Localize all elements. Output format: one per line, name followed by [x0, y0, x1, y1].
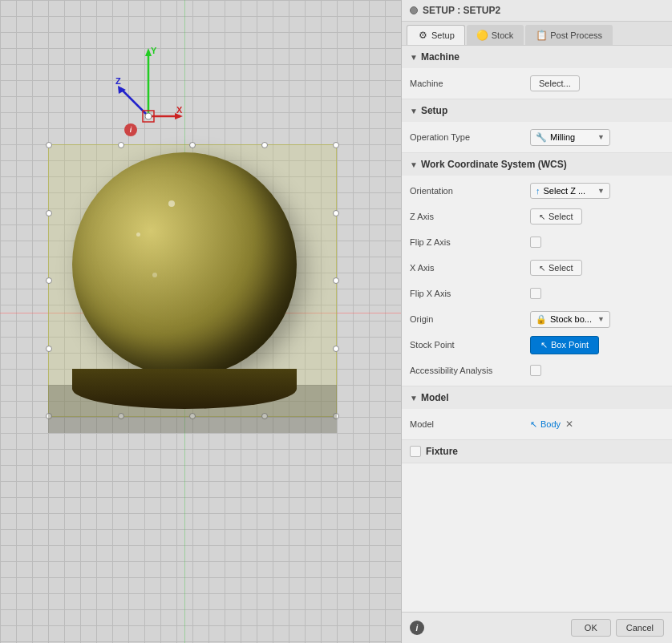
section-machine: ▼ Machine Machine Select...: [402, 46, 672, 99]
section-model-header[interactable]: ▼ Model: [402, 386, 672, 409]
panel-footer: i OK Cancel: [402, 612, 672, 643]
accessibility-checkbox[interactable]: [530, 365, 541, 376]
model-link[interactable]: ↖ Body: [530, 419, 561, 430]
model-control: ↖ Body ✕: [530, 419, 664, 430]
origin-value: Stock bo...: [550, 314, 592, 324]
model-label: Model: [410, 419, 530, 429]
setup-panel: SETUP : SETUP2 ⚙ Setup 🟡 Stock 📋 Post Pr…: [401, 0, 672, 643]
stock-point-button[interactable]: ↖ Box Point: [530, 336, 599, 354]
object-area: [32, 112, 353, 433]
handle: [333, 346, 339, 352]
orientation-dropdown[interactable]: ↑ Select Z ... ▼: [530, 183, 610, 199]
x-axis-value: Select: [549, 263, 573, 273]
accessibility-control: [530, 365, 664, 376]
section-setup-arrow: ▼: [410, 107, 418, 115]
machine-label: Machine: [410, 79, 530, 88]
tab-stock[interactable]: 🟡 Stock: [467, 25, 524, 45]
orientation-control: ↑ Select Z ... ▼: [530, 183, 664, 199]
section-wcs-title: Work Coordinate System (WCS): [421, 159, 567, 170]
footer-buttons: OK Cancel: [571, 619, 664, 637]
flip-z-control: [530, 237, 664, 248]
panel-content: ▼ Machine Machine Select... ▼ Setup O: [402, 46, 672, 612]
x-axis-row: X Axis Select: [410, 257, 664, 278]
ok-button[interactable]: OK: [571, 619, 611, 637]
model-remove-button[interactable]: ✕: [564, 419, 575, 430]
flip-z-row: Flip Z Axis: [410, 232, 664, 253]
stock-point-value: Box Point: [551, 340, 589, 350]
section-model-arrow: ▼: [410, 394, 418, 402]
svg-text:Z: Z: [115, 76, 121, 86]
operation-type-value: Milling: [550, 132, 575, 142]
dome-bottom: [72, 369, 297, 409]
panel-header: SETUP : SETUP2: [402, 0, 672, 22]
x-axis-cursor-icon: [539, 263, 545, 273]
tab-post-process[interactable]: 📋 Post Process: [525, 25, 613, 45]
tabs-bar: ⚙ Setup 🟡 Stock 📋 Post Process: [402, 22, 672, 46]
panel-title: SETUP : SETUP2: [423, 5, 500, 16]
model-row: Model ↖ Body ✕: [410, 414, 664, 435]
model-cursor-icon: ↖: [530, 419, 537, 430]
section-model-title: Model: [421, 392, 449, 403]
section-wcs-header[interactable]: ▼ Work Coordinate System (WCS): [402, 153, 672, 176]
orientation-value: Select Z ...: [544, 186, 586, 196]
operation-type-row: Operation Type 🔧 Milling ▼: [410, 127, 664, 148]
origin-arrow: ▼: [597, 315, 605, 323]
setup-tab-icon: ⚙: [417, 30, 428, 41]
stock-tab-icon: 🟡: [477, 30, 488, 41]
section-machine-title: Machine: [421, 51, 459, 63]
x-axis-label: X Axis: [410, 263, 530, 273]
milling-icon: 🔧: [536, 132, 547, 143]
section-setup-title: Setup: [421, 105, 447, 116]
post-tab-icon: 📋: [536, 30, 547, 41]
flip-x-control: [530, 288, 664, 299]
z-axis-select-button[interactable]: Select: [530, 208, 582, 224]
origin-control: 🔒 Stock bo... ▼: [530, 311, 664, 328]
z-axis-cursor-icon: [539, 212, 545, 221]
origin-dropdown[interactable]: 🔒 Stock bo... ▼: [530, 311, 610, 328]
flip-x-row: Flip X Axis: [410, 283, 664, 304]
fixture-section: Fixture: [402, 440, 672, 463]
operation-type-label: Operation Type: [410, 132, 530, 142]
stock-point-row: Stock Point ↖ Box Point: [410, 334, 664, 355]
flip-x-label: Flip X Axis: [410, 289, 530, 298]
section-setup-body: Operation Type 🔧 Milling ▼: [402, 122, 672, 152]
origin-label: Origin: [410, 314, 530, 324]
handle: [46, 210, 52, 216]
handle: [118, 142, 124, 148]
section-setup-header[interactable]: ▼ Setup: [402, 99, 672, 122]
tab-setup[interactable]: ⚙ Setup: [407, 25, 465, 45]
machine-control: Select...: [530, 75, 664, 91]
z-axis-value: Select: [549, 212, 573, 221]
handle: [261, 142, 268, 148]
tab-post-label: Post Process: [550, 30, 602, 40]
operation-type-dropdown[interactable]: 🔧 Milling ▼: [530, 129, 610, 146]
machine-select-button[interactable]: Select...: [530, 75, 580, 91]
orientation-arrow: ▼: [597, 187, 605, 195]
stock-point-control: ↖ Box Point: [530, 336, 664, 354]
orientation-row: Orientation ↑ Select Z ... ▼: [410, 180, 664, 201]
section-model: ▼ Model Model ↖ Body ✕: [402, 386, 672, 440]
info-button[interactable]: i: [410, 621, 424, 635]
handle: [46, 346, 52, 352]
section-model-body: Model ↖ Body ✕: [402, 409, 672, 439]
stock-point-cursor-icon: ↖: [540, 340, 548, 350]
flip-z-checkbox[interactable]: [530, 237, 541, 248]
section-wcs-body: Orientation ↑ Select Z ... ▼ Z Axis: [402, 176, 672, 386]
section-wcs-arrow: ▼: [410, 160, 418, 169]
x-axis-control: Select: [530, 260, 664, 276]
dome-shape: [72, 152, 297, 377]
operation-type-control: 🔧 Milling ▼: [530, 129, 664, 146]
x-axis-select-button[interactable]: Select: [530, 260, 582, 276]
fixture-checkbox[interactable]: [410, 446, 421, 457]
accessibility-label: Accessibility Analysis: [410, 366, 530, 375]
model-value: Body: [540, 419, 561, 429]
section-machine-header[interactable]: ▼ Machine: [402, 46, 672, 68]
handle: [46, 277, 52, 284]
flip-x-checkbox[interactable]: [530, 288, 541, 299]
flip-z-label: Flip Z Axis: [410, 237, 530, 247]
handle: [333, 142, 339, 148]
section-machine-arrow: ▼: [410, 53, 418, 62]
cancel-button[interactable]: Cancel: [616, 619, 664, 637]
handle: [189, 142, 196, 148]
header-dot: [410, 6, 418, 14]
